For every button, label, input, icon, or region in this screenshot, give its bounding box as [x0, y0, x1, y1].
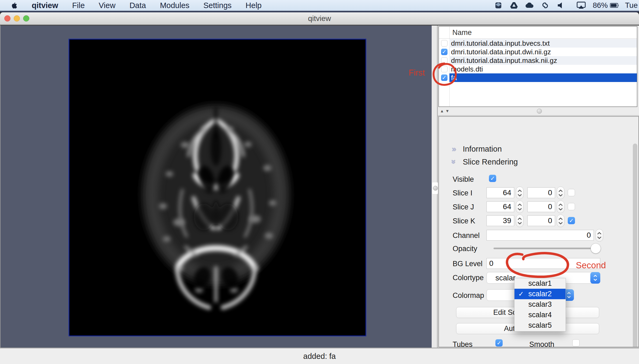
menu-item-help[interactable]: Help: [246, 1, 262, 10]
visibility-checkbox-bvecs[interactable]: [441, 40, 448, 47]
slice-i-offset-input[interactable]: 0: [527, 187, 555, 198]
menu-item-data[interactable]: Data: [129, 1, 146, 10]
opacity-slider-track[interactable]: [494, 248, 595, 249]
dataset-name[interactable]: dmri.tutorial.data.input.mask.nii.gz: [449, 56, 637, 65]
section-slice-rendering[interactable]: » Slice Rendering: [452, 157, 518, 166]
slice-j-checkbox[interactable]: [568, 203, 575, 210]
visibility-checkbox-fa[interactable]: [441, 74, 448, 81]
chevron-right-icon[interactable]: »: [452, 144, 456, 154]
opacity-slider-handle[interactable]: [591, 243, 601, 254]
menu-item-settings[interactable]: Settings: [203, 1, 232, 10]
slice-i-label: Slice I: [453, 189, 473, 197]
menu-option-scalar2[interactable]: ✓ scalar2: [514, 289, 566, 299]
visible-checkbox[interactable]: [489, 175, 496, 182]
data-panel: Name dmri.tutorial.data.input.bvecs.txt …: [438, 26, 639, 348]
slice-i-checkbox[interactable]: [568, 189, 575, 196]
fa-slice-image[interactable]: [69, 39, 366, 336]
tubes-label: Tubes: [453, 340, 473, 347]
splitter-grip-dot: [433, 186, 438, 191]
menu-option-scalar1[interactable]: scalar1: [514, 278, 566, 289]
channel-label: Channel: [453, 231, 480, 240]
slice-k-checkbox[interactable]: [568, 217, 575, 224]
apple-menu-icon[interactable]: [10, 1, 19, 10]
name-column-header[interactable]: Name: [452, 28, 472, 37]
brain-fa-map: [69, 40, 365, 336]
menu-item-file[interactable]: File: [72, 1, 85, 10]
dataset-name[interactable]: models.dti: [449, 65, 637, 73]
menu-clock[interactable]: Tue: [625, 1, 639, 10]
status-bar: added: fa: [0, 348, 639, 364]
panel-scrollbar[interactable]: [633, 144, 637, 347]
tubes-checkbox[interactable]: [495, 339, 503, 347]
visible-label: Visible: [453, 175, 474, 184]
menu-option-scalar5[interactable]: scalar5: [514, 320, 566, 331]
list-item-mask[interactable]: dmri.tutorial.data.input.mask.nii.gz: [439, 56, 637, 65]
menu-option-scalar3[interactable]: scalar3: [514, 299, 566, 310]
menu-app-name[interactable]: qitview: [32, 1, 58, 10]
airplay-status-icon[interactable]: [577, 1, 586, 10]
cloud-status-icon[interactable]: [525, 1, 534, 10]
move-down-icon[interactable]: ▼: [445, 109, 449, 113]
chevron-down-icon[interactable]: »: [449, 160, 459, 164]
visibility-checkbox-mask[interactable]: [441, 57, 448, 64]
battery-percentage: 86%: [593, 1, 608, 10]
bg-level-label: BG Level: [453, 260, 482, 268]
menu-item-modules[interactable]: Modules: [160, 1, 190, 10]
slice-j-offset-stepper[interactable]: [557, 201, 565, 213]
annotation-first-label: First: [409, 68, 425, 78]
opacity-label: Opacity: [453, 245, 477, 253]
section-label[interactable]: Slice Rendering: [463, 158, 518, 166]
hsplitter-grip-dot[interactable]: [537, 109, 542, 114]
visibility-checkbox-dwi[interactable]: [441, 49, 448, 55]
channel-stepper[interactable]: [595, 229, 603, 242]
menu-bar: qitview File View Data Modules Settings …: [0, 0, 639, 11]
drive-status-icon[interactable]: [509, 1, 519, 10]
visibility-checkbox-models[interactable]: [441, 66, 448, 72]
list-item-dwi[interactable]: dmri.tutorial.data.input.dwi.nii.gz: [439, 48, 637, 56]
combo-arrows-icon[interactable]: [590, 272, 600, 284]
link-swirl-status-icon[interactable]: [541, 1, 550, 10]
menu-option-scalar4[interactable]: scalar4: [514, 310, 566, 320]
slice-k-stepper[interactable]: [516, 215, 524, 227]
dataset-name[interactable]: fa: [449, 73, 637, 82]
channel-input[interactable]: 0: [487, 230, 594, 241]
cube-status-icon[interactable]: [494, 1, 503, 10]
window-content: First Name dmri.tutorial.data.input.bvec…: [0, 25, 639, 348]
list-header[interactable]: Name: [439, 27, 637, 39]
vertical-splitter[interactable]: [432, 26, 438, 348]
dataset-name[interactable]: dmri.tutorial.data.input.dwi.nii.gz: [449, 48, 637, 56]
section-label[interactable]: Information: [463, 145, 502, 154]
slice-i-offset-stepper[interactable]: [557, 187, 565, 199]
slice-j-offset-input[interactable]: 0: [527, 201, 555, 212]
status-message: added: fa: [303, 352, 336, 361]
slice-j-label: Slice J: [453, 203, 474, 211]
move-up-icon[interactable]: ▲: [440, 109, 444, 113]
battery-icon: [610, 1, 619, 10]
smooth-checkbox[interactable]: [572, 339, 580, 347]
colortype-label: Colortype: [453, 274, 484, 282]
section-information[interactable]: » Information: [452, 144, 502, 154]
slice-k-offset-stepper[interactable]: [557, 215, 565, 227]
list-item-bvecs[interactable]: dmri.tutorial.data.input.bvecs.txt: [439, 39, 637, 48]
menu-item-view[interactable]: View: [99, 1, 115, 10]
window-title-bar[interactable]: qitview: [0, 12, 639, 25]
list-panel-splitter[interactable]: ▲ ▼: [438, 107, 639, 116]
volume-status-icon[interactable]: [556, 1, 565, 10]
dataset-name[interactable]: dmri.tutorial.data.input.bvecs.txt: [449, 39, 637, 48]
slice-i-value-input[interactable]: 64: [487, 187, 514, 198]
render-viewport[interactable]: First: [1, 26, 432, 348]
list-item-models[interactable]: models.dti: [439, 65, 637, 73]
slice-i-stepper[interactable]: [516, 187, 524, 199]
properties-panel: » Information » Slice Rendering Visible …: [438, 116, 639, 347]
slice-k-offset-input[interactable]: 0: [527, 215, 555, 226]
list-item-fa[interactable]: fa: [439, 73, 637, 82]
splitter-grip[interactable]: [432, 182, 438, 194]
slice-k-label: Slice K: [453, 217, 475, 225]
dataset-list[interactable]: Name dmri.tutorial.data.input.bvecs.txt …: [438, 26, 637, 107]
slice-k-value-input[interactable]: 39: [487, 215, 514, 226]
selected-check-icon: ✓: [518, 289, 524, 299]
colormap-dropdown-menu[interactable]: scalar1 ✓ scalar2 scalar3 scalar4 scalar…: [514, 278, 566, 331]
slice-j-value-input[interactable]: 64: [487, 201, 514, 212]
colormap-label: Colormap: [453, 291, 484, 300]
slice-j-stepper[interactable]: [516, 201, 524, 213]
